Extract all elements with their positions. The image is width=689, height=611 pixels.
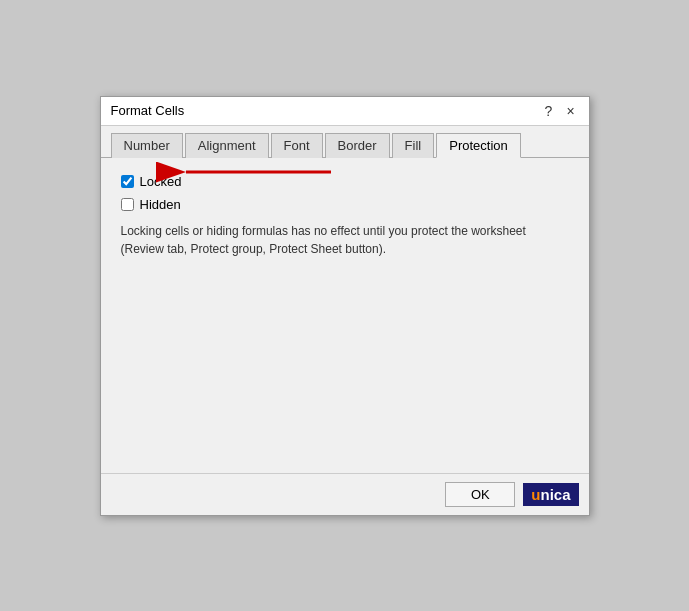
unica-u: u	[531, 486, 540, 503]
close-button[interactable]: ×	[563, 103, 579, 119]
protection-description: Locking cells or hiding formulas has no …	[121, 222, 531, 258]
tab-alignment[interactable]: Alignment	[185, 133, 269, 158]
tab-fill[interactable]: Fill	[392, 133, 435, 158]
ok-button[interactable]: OK	[445, 482, 515, 507]
red-arrow-annotation	[176, 157, 336, 187]
tab-number[interactable]: Number	[111, 133, 183, 158]
tab-protection[interactable]: Protection	[436, 133, 521, 158]
title-bar: Format Cells ? ×	[101, 97, 589, 126]
locked-checkbox[interactable]	[121, 175, 134, 188]
hidden-label[interactable]: Hidden	[140, 197, 181, 212]
title-bar-controls: ? ×	[541, 103, 579, 119]
tab-border[interactable]: Border	[325, 133, 390, 158]
bottom-bar: OK unica	[101, 473, 589, 515]
cancel-unica-button[interactable]: unica	[523, 483, 578, 506]
protection-content: Locked Hidden Locking cells or hiding fo…	[101, 158, 589, 473]
tabs-row: Number Alignment Font Border Fill Protec…	[101, 126, 589, 158]
tab-font[interactable]: Font	[271, 133, 323, 158]
hidden-row: Hidden	[121, 197, 569, 212]
hidden-checkbox[interactable]	[121, 198, 134, 211]
dialog-title: Format Cells	[111, 103, 185, 118]
unica-nica: nica	[540, 486, 570, 503]
format-cells-dialog: Format Cells ? × Number Alignment Font B…	[100, 96, 590, 516]
help-button[interactable]: ?	[541, 103, 557, 119]
